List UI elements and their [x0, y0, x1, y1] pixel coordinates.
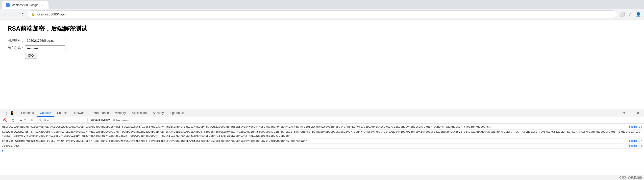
- back-button[interactable]: ←: [2, 11, 9, 18]
- username-input[interactable]: [25, 38, 65, 43]
- page-content: RSA前端加密，后端解密测试 用户账号： 用户密码： 提交: [0, 19, 644, 109]
- submit-button[interactable]: 提交: [25, 53, 37, 58]
- bookmark-button[interactable]: ☆: [627, 11, 634, 18]
- nav-bar: ← → ↻ 🔒 localhost:8080/login ⬜ ☆ 👤: [0, 9, 644, 19]
- password-label: 用户密码：: [8, 46, 24, 50]
- tab-title: localhost:8080/login: [12, 3, 38, 7]
- devtools-panel: ⬚ 📱 Elements Console Sources Network Per…: [0, 109, 644, 109]
- submit-row: 提交: [8, 53, 636, 58]
- tab-close-button[interactable]: ✕: [40, 3, 44, 7]
- url-text: localhost:8080/login: [37, 12, 614, 16]
- profile-button[interactable]: 👤: [635, 11, 642, 18]
- password-row: 用户密码：: [8, 45, 636, 51]
- refresh-button[interactable]: ↻: [19, 11, 26, 18]
- browser-tab[interactable]: localhost:8080/login ✕: [2, 1, 48, 9]
- forward-button[interactable]: →: [11, 11, 18, 18]
- browser-chrome: localhost:8080/login ✕ ← → ↻ 🔒 localhost…: [0, 0, 644, 19]
- username-label: 用户账号：: [8, 38, 24, 43]
- tab-bar: localhost:8080/login ✕: [0, 0, 644, 9]
- address-bar[interactable]: 🔒 localhost:8080/login: [28, 10, 617, 18]
- lock-icon: 🔒: [31, 12, 35, 16]
- tab-favicon: [6, 3, 10, 7]
- nav-actions: ⬜ ☆ 👤: [619, 11, 642, 18]
- extensions-button[interactable]: ⬜: [619, 11, 626, 18]
- username-row: 用户账号：: [8, 38, 636, 43]
- page-title: RSA前端加密，后端解密测试: [8, 25, 636, 33]
- password-input[interactable]: [25, 45, 65, 51]
